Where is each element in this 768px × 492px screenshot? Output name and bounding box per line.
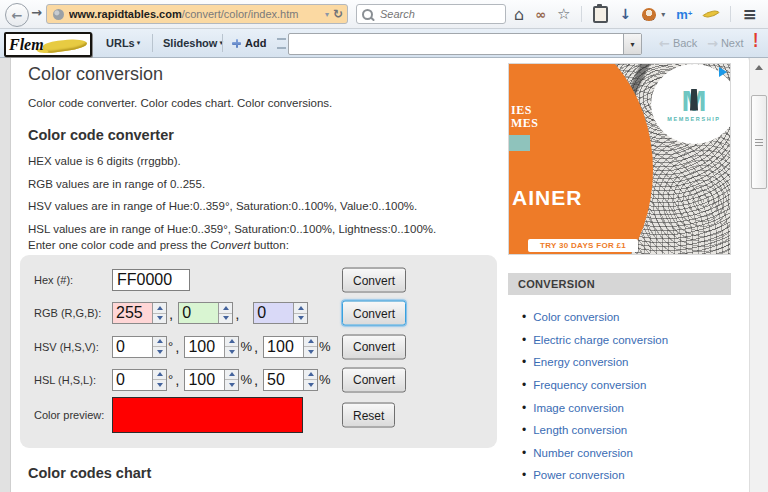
bullet-icon: •	[522, 310, 526, 324]
ad-headline-fragment: AINER	[512, 186, 582, 210]
flem-next-button[interactable]: → Next	[707, 36, 744, 51]
section-title-chart: Color codes chart	[28, 465, 151, 481]
vertical-scrollbar[interactable]	[749, 58, 768, 492]
back-button[interactable]: ←	[5, 3, 29, 27]
bullet-icon: •	[522, 468, 526, 482]
list-item: •Power conversion	[508, 464, 731, 487]
add-button[interactable]: Add	[232, 37, 266, 49]
combobox-dropdown-icon[interactable]: ▾	[623, 34, 641, 54]
hsl-s-spinner[interactable]	[224, 370, 238, 390]
alert-exclamation-icon[interactable]: !	[753, 30, 758, 53]
rgb-b-spinner[interactable]	[293, 303, 307, 323]
hex-row: Hex (#): FF0000 Convert	[34, 268, 190, 292]
color-preview-swatch	[112, 397, 303, 433]
link-power-conversion[interactable]: Power conversion	[533, 469, 624, 481]
link-number-conversion[interactable]: Number conversion	[533, 447, 633, 459]
combobox-field[interactable]	[289, 34, 623, 54]
scrollbar-thumb[interactable]	[751, 95, 767, 189]
cup-addon-icon[interactable]	[642, 8, 656, 21]
search-icon	[362, 9, 373, 20]
chevron-down-icon: ▾	[137, 39, 141, 47]
m-plus-addon-icon[interactable]: m+	[676, 8, 692, 21]
slideshow-menu-button[interactable]: Slideshow▾	[163, 37, 223, 49]
hsl-s-input[interactable]: 100	[184, 369, 239, 391]
hsv-convert-button[interactable]: Convert	[342, 334, 406, 359]
rgb-b-input[interactable]: 0	[253, 302, 308, 324]
flem-logo-text: Flem	[9, 36, 44, 54]
list-item: •Number conversion	[508, 442, 731, 465]
hex-label: Hex (#):	[34, 274, 112, 286]
link-energy-conversion[interactable]: Energy conversion	[533, 356, 628, 368]
hex-convert-button[interactable]: Convert	[342, 268, 406, 293]
home-icon[interactable]: ⌂	[514, 5, 524, 24]
hsl-l-input[interactable]: 50	[263, 369, 318, 391]
toolbar-icons: ⌂ ∞ ☆ ↓ ▾ m+ ≡	[514, 0, 757, 28]
urls-menu-button[interactable]: URLs▾	[106, 37, 140, 49]
link-length-conversion[interactable]: Length conversion	[533, 424, 627, 436]
link-electric-charge-conversion[interactable]: Electric charge conversion	[533, 334, 668, 346]
forward-button[interactable]: →	[31, 5, 42, 20]
hsv-v-input[interactable]: 100	[263, 336, 318, 358]
addon-dropdown-icon[interactable]: ▾	[661, 10, 665, 19]
glasses-icon[interactable]: ∞	[535, 7, 546, 22]
hsl-h-spinner[interactable]	[152, 370, 166, 390]
preview-row: Color preview: Reset	[34, 396, 303, 434]
rgb-convert-button[interactable]: Convert	[342, 301, 406, 326]
hex-input[interactable]: FF0000	[112, 269, 190, 291]
link-frequency-conversion[interactable]: Frequency conversion	[533, 379, 646, 391]
hsv-v-spinner[interactable]	[303, 337, 317, 357]
info-line: HSV values are in range of Hue:0..359°, …	[28, 200, 417, 212]
bullet-icon: •	[522, 333, 526, 347]
list-item: •Length conversion	[508, 419, 731, 442]
scroll-up-arrow-icon[interactable]	[755, 65, 763, 70]
hsl-convert-button[interactable]: Convert	[342, 367, 406, 392]
search-input[interactable]	[378, 7, 482, 21]
page-intro: Color code converter. Color codes chart.…	[28, 97, 332, 109]
highlighter-feather-icon[interactable]	[703, 10, 719, 18]
preview-label: Color preview:	[34, 409, 112, 421]
slug-icon	[42, 37, 87, 53]
hsv-s-spinner[interactable]	[224, 337, 238, 357]
reset-button[interactable]: Reset	[342, 403, 395, 428]
rgb-g-spinner[interactable]	[218, 303, 232, 323]
flem-back-button[interactable]: ← Back	[659, 36, 697, 51]
membership-figure-icon	[690, 89, 698, 111]
rgb-r-spinner[interactable]	[152, 303, 166, 323]
clipboard-icon[interactable]	[593, 6, 608, 23]
menu-icon[interactable]: ≡	[742, 4, 756, 24]
membership-logo-icon: M	[682, 87, 707, 115]
flem-logo[interactable]: Flem	[4, 32, 92, 57]
hsv-s-input[interactable]: 100	[184, 336, 239, 358]
toolbar-separator	[581, 6, 582, 22]
downloads-icon[interactable]: ↓	[619, 6, 631, 22]
hsv-h-spinner[interactable]	[152, 337, 166, 357]
list-item: •Energy conversion	[508, 351, 731, 374]
url-host: www.rapidtables.com	[69, 8, 182, 20]
hsl-l-spinner[interactable]	[303, 370, 317, 390]
rgb-r-input[interactable]: 255	[112, 302, 167, 324]
browser-window: ← → www.rapidtables.com/convert/color/in…	[0, 0, 768, 492]
url-combobox[interactable]: ▾	[288, 33, 642, 55]
conversion-links-list: •Color conversion •Electric charge conve…	[508, 306, 731, 487]
address-bar[interactable]: www.rapidtables.com/convert/color/index.…	[46, 4, 348, 24]
toolbar-separator	[152, 34, 153, 52]
hsl-h-input[interactable]: 0	[112, 369, 167, 391]
search-box[interactable]	[356, 4, 506, 24]
rgb-g-input[interactable]: 0	[178, 302, 233, 324]
page-title: Color conversion	[28, 64, 163, 85]
adchoices-icon[interactable]	[719, 67, 727, 77]
hsv-h-input[interactable]: 0	[112, 336, 167, 358]
reload-icon[interactable]: ↻	[333, 7, 343, 21]
url-dropdown-icon[interactable]: ▾	[325, 10, 329, 19]
bookmark-star-icon[interactable]: ☆	[557, 5, 570, 23]
link-color-conversion[interactable]: Color conversion	[533, 311, 619, 323]
hsl-label: HSL (H,S,L):	[34, 374, 112, 386]
link-image-conversion[interactable]: Image conversion	[533, 402, 624, 414]
info-line: RGB values are in range of 0..255.	[28, 178, 205, 190]
enter-instruction: Enter one color code and press the Conve…	[28, 239, 289, 251]
url-path: /convert/color/index.htm	[182, 8, 299, 20]
ad-cta-button[interactable]: TRY 30 DAYS FOR £1	[528, 239, 638, 252]
converter-panel: Hex (#): FF0000 Convert RGB (R,G,B): 255…	[20, 255, 497, 448]
advertisement-banner[interactable]: IESMES AINER TRY 30 DAYS FOR £1 M MEMBER…	[508, 63, 731, 255]
url-text[interactable]: www.rapidtables.com/convert/color/index.…	[69, 8, 325, 20]
